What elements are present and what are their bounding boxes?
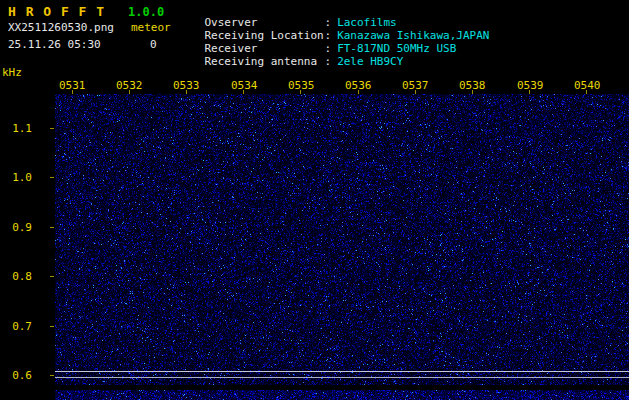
freq-unit-label: kHz xyxy=(2,66,22,79)
hrofft-window: H R O F F T 1.0.0 XX2511260530.png meteo… xyxy=(0,0,629,400)
time-axis-tick xyxy=(243,90,244,94)
capture-datetime: 25.11.26 05:30 xyxy=(8,38,101,51)
time-axis-tick xyxy=(415,90,416,94)
output-filename: XX2511260530.png xyxy=(8,21,114,34)
time-axis-tick xyxy=(586,90,587,94)
spectrogram-canvas xyxy=(55,94,629,385)
freq-tick-label: 0.6 xyxy=(8,369,32,382)
freq-tick-label: 0.8 xyxy=(8,270,32,283)
reference-line-lower xyxy=(55,377,629,378)
reference-line-upper xyxy=(55,371,629,372)
freq-tick-label: 1.1 xyxy=(8,122,32,135)
app-version: 1.0.0 xyxy=(128,5,164,19)
time-axis-tick xyxy=(472,90,473,94)
freq-tick-label: 1.0 xyxy=(8,171,32,184)
time-tick-label: 0534 xyxy=(231,79,258,92)
time-axis-tick xyxy=(72,90,73,94)
time-axis-tick xyxy=(129,90,130,94)
meteor-count: 0 xyxy=(150,38,157,51)
time-axis-tick xyxy=(529,90,530,94)
time-axis-tick xyxy=(300,90,301,94)
freq-axis-tick xyxy=(50,276,54,277)
freq-axis-tick xyxy=(50,227,54,228)
app-title: H R O F F T xyxy=(8,4,105,19)
time-tick-label: 0535 xyxy=(288,79,315,92)
info-label: Receiving antenna xyxy=(205,55,325,68)
time-axis-tick xyxy=(358,90,359,94)
freq-tick-label: 0.9 xyxy=(8,221,32,234)
freq-axis-tick xyxy=(50,128,54,129)
freq-axis-tick xyxy=(50,177,54,178)
info-value: 2ele HB9CY xyxy=(337,55,403,68)
info-colon: : xyxy=(325,55,332,68)
time-tick-label: 0540 xyxy=(574,79,601,92)
time-tick-label: 0539 xyxy=(517,79,544,92)
freq-axis-tick xyxy=(50,326,54,327)
info-row-antenna: Receiving antenna:2ele HB9CY xyxy=(178,42,403,81)
mode-label: meteor xyxy=(131,21,171,34)
freq-tick-label: 0.7 xyxy=(8,320,32,333)
time-axis-tick xyxy=(186,90,187,94)
level-strip-canvas xyxy=(55,390,629,400)
freq-axis-tick xyxy=(50,375,54,376)
